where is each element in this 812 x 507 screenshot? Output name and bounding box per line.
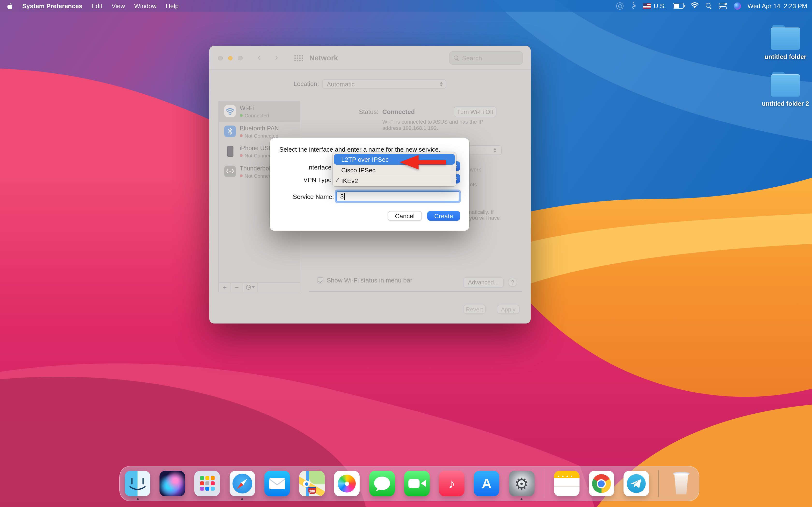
menu-view[interactable]: View — [111, 2, 125, 9]
window-toolbar: ‹ › Network Search — [209, 46, 531, 70]
spotlight-icon[interactable] — [705, 3, 712, 9]
dock-maps-icon[interactable]: 280 — [299, 471, 325, 496]
cancel-button[interactable]: Cancel — [388, 211, 422, 221]
remove-service-button[interactable]: − — [231, 283, 243, 292]
status-dot-connected — [240, 114, 243, 117]
checkbox-checked-icon[interactable] — [317, 277, 323, 283]
dock-chrome-icon[interactable] — [589, 471, 614, 496]
desktop: System Preferences Edit View Window Help… — [0, 0, 812, 507]
location-popup[interactable]: Automatic — [322, 79, 446, 89]
dock: 280 ♪ A ⚙ — [119, 466, 699, 501]
show-wifi-status-checkbox-row[interactable]: Show Wi-Fi status in menu bar — [317, 277, 412, 284]
dock-mail-icon[interactable] — [264, 471, 290, 496]
wifi-icon[interactable] — [691, 2, 699, 10]
actions-gear-icon — [246, 285, 251, 290]
status-description-line2: address 192.168.1.192. — [382, 125, 438, 131]
popup-chevrons-icon — [440, 82, 443, 87]
interface-label: Interface — [273, 164, 332, 171]
add-service-button[interactable]: + — [219, 283, 231, 292]
turn-wifi-off-button[interactable]: Turn Wi-Fi Off — [454, 106, 496, 117]
desktop-folder-2[interactable]: untitled folder 2 — [759, 74, 812, 107]
menu-window[interactable]: Window — [134, 2, 157, 9]
dock-safari-icon[interactable] — [230, 471, 255, 496]
service-actions-menu-button[interactable] — [243, 283, 258, 292]
dock-notes-icon[interactable] — [554, 471, 579, 496]
dock-facetime-icon[interactable] — [404, 471, 430, 496]
menu-edit[interactable]: Edit — [92, 2, 102, 9]
menu-item-ikev2[interactable]: ✓ IKEv2 — [333, 175, 456, 186]
search-icon — [454, 55, 459, 61]
forward-button[interactable]: › — [275, 52, 278, 63]
wifi-service-icon — [224, 105, 236, 117]
covered-text-fragment: work — [470, 167, 481, 172]
dock-finder-icon[interactable] — [125, 471, 150, 496]
desktop-folder-1[interactable]: untitled folder — [759, 27, 812, 60]
location-value: Automatic — [327, 80, 355, 88]
input-source-menu[interactable]: U.S. — [643, 2, 666, 9]
back-button[interactable]: ‹ — [258, 52, 261, 63]
new-service-dialog: Select the interface and enter a name fo… — [270, 138, 469, 231]
input-source-label: U.S. — [654, 2, 666, 9]
iphone-service-icon — [224, 145, 236, 157]
location-label: Location: — [261, 80, 319, 88]
sidebar-item-name: Wi-Fi — [240, 105, 254, 112]
help-button[interactable]: ? — [508, 278, 517, 287]
sidebar-item-name: iPhone USB — [240, 145, 272, 152]
show-all-grid-icon[interactable] — [294, 55, 296, 56]
covered-text-fragment: matically. If — [467, 209, 494, 215]
dragon-icon[interactable] — [630, 1, 636, 10]
revert-button[interactable]: Revert — [463, 305, 486, 314]
covered-text-fragment: you will have — [469, 215, 500, 221]
chevron-down-icon — [252, 286, 254, 288]
dock-trash-icon[interactable] — [668, 471, 694, 496]
search-field[interactable]: Search — [449, 51, 523, 65]
menu-bar-clock[interactable]: Wed Apr 14 2:23 PM — [748, 2, 807, 9]
folder-icon — [771, 74, 800, 97]
network-name-popup-partial[interactable] — [467, 145, 502, 155]
keyboard-flag-icon — [643, 3, 651, 8]
menu-item-l2tp-over-ipsec[interactable]: L2TP over IPSec — [334, 154, 455, 165]
dock-telegram-icon[interactable] — [623, 471, 649, 496]
sidebar-item-name: Bluetooth PAN — [240, 125, 279, 131]
menu-item-cisco-ipsec[interactable]: Cisco IPSec — [333, 165, 456, 175]
checkmark-icon: ✓ — [335, 177, 340, 183]
status-label: Status: — [320, 108, 378, 115]
sidebar-footer-bar: + − — [218, 282, 300, 292]
menu-bar: System Preferences Edit View Window Help… — [0, 0, 812, 12]
dock-messages-icon[interactable] — [369, 471, 395, 496]
status-value: Connected — [382, 108, 415, 115]
dock-siri-icon[interactable] — [159, 471, 185, 496]
folder-label: untitled folder — [759, 53, 812, 60]
battery-icon[interactable] — [672, 3, 684, 9]
status-dot-disconnected — [240, 134, 243, 137]
apply-button[interactable]: Apply — [497, 305, 520, 314]
sidebar-item-wifi[interactable]: Wi-Fi Connected — [219, 101, 300, 121]
rings-icon[interactable] — [616, 2, 624, 9]
minimize-button[interactable] — [228, 56, 233, 60]
sidebar-item-status: Not Connected — [240, 132, 278, 138]
dock-photos-icon[interactable] — [334, 471, 360, 496]
advanced-button[interactable]: Advanced... — [463, 277, 504, 288]
zoom-button[interactable] — [238, 56, 242, 60]
status-description-line1: Wi-Fi is connected to ASUS and has the I… — [382, 119, 483, 125]
dock-appstore-icon[interactable]: A — [474, 471, 500, 496]
window-title: Network — [309, 54, 338, 62]
popup-chevrons-icon — [494, 148, 496, 153]
apple-menu-icon[interactable] — [7, 2, 13, 9]
create-button[interactable]: Create — [427, 211, 460, 221]
dock-music-icon[interactable]: ♪ — [439, 471, 464, 496]
show-wifi-status-label: Show Wi-Fi status in menu bar — [327, 277, 412, 284]
dock-launchpad-icon[interactable] — [195, 471, 220, 496]
close-button[interactable] — [218, 56, 222, 60]
service-name-input[interactable]: 3 — [337, 191, 459, 201]
dock-system-preferences-icon[interactable]: ⚙ — [509, 471, 534, 496]
service-name-value: 3 — [340, 193, 344, 200]
dock-divider — [544, 470, 545, 497]
dock-divider — [659, 470, 659, 497]
service-name-label: Service Name: — [273, 193, 334, 201]
menu-app-name[interactable]: System Preferences — [22, 2, 83, 9]
status-dot-disconnected — [240, 154, 243, 157]
control-center-icon[interactable] — [718, 3, 727, 9]
menu-help[interactable]: Help — [166, 2, 179, 9]
siri-icon[interactable] — [733, 2, 741, 9]
